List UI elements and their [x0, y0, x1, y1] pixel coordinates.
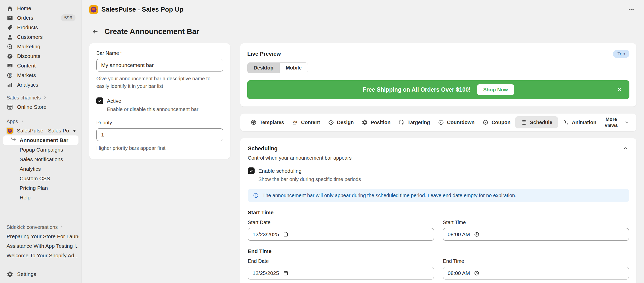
calendar-picker-icon[interactable]: [283, 232, 289, 237]
discounts-icon: [7, 53, 13, 60]
sidebar-spacer: [3, 202, 78, 223]
customers-icon: [7, 34, 13, 41]
priority-input[interactable]: 1: [96, 128, 223, 141]
end-time-input[interactable]: 08:00 AM: [443, 267, 629, 279]
app-menu-item-label: Help: [20, 195, 30, 201]
app-menu-pricing-plan[interactable]: Pricing Plan: [3, 183, 78, 193]
checkmark-icon: [249, 168, 254, 173]
app-title: SalesPulse - Sales Pop Up: [101, 6, 184, 13]
conversation-item[interactable]: Preparing Your Store For Launch: [3, 232, 78, 241]
conversation-label: Welcome To Your Shopify Ad...: [7, 253, 78, 259]
tab-label: Schedule: [530, 120, 552, 125]
chevron-right-icon: [20, 119, 24, 123]
settings-label: Settings: [17, 271, 36, 277]
end-date-label: End Date: [248, 258, 434, 264]
tab-design[interactable]: Design: [325, 116, 357, 128]
bar-settings-card: Bar Name* My announcement bar Give your …: [89, 43, 230, 159]
tab-coupon[interactable]: Coupon: [479, 116, 514, 128]
enable-scheduling-help: Show the bar only during specific time p…: [258, 176, 629, 182]
tab-position[interactable]: Position: [358, 116, 394, 128]
chevron-up-icon: [622, 145, 628, 151]
start-date-input[interactable]: 12/23/2025: [248, 228, 434, 241]
bar-name-help: Give your announcement bar a descriptive…: [96, 75, 223, 90]
active-checkbox[interactable]: [96, 97, 103, 104]
tab-animation[interactable]: Animation: [559, 116, 599, 128]
sales-channels-section[interactable]: Sales channels: [3, 93, 78, 102]
right-column: Live Preview Top Desktop Mobile Free Shi…: [240, 43, 636, 283]
sidebar-item-home[interactable]: Home: [3, 4, 78, 13]
app-menu-analytics[interactable]: Analytics: [3, 164, 78, 174]
cursor-target-icon: [398, 119, 405, 126]
main-area: SalesPulse - Sales Pop Up Create Announc…: [82, 0, 644, 283]
start-time-section-title: Start Time: [248, 209, 629, 216]
ellipsis-icon: [628, 6, 634, 13]
enable-scheduling-row[interactable]: Enable scheduling: [248, 167, 629, 174]
app-menu-help[interactable]: Help: [3, 193, 78, 202]
sidebar-item-discounts[interactable]: Discounts: [3, 51, 78, 61]
app-menu-item-label: Custom CSS: [20, 175, 50, 182]
end-date-field: End Date 12/25/2025 Optional - leave emp…: [248, 258, 434, 283]
tab-templates[interactable]: Templates: [247, 116, 287, 128]
sidebar-item-label: Marketing: [17, 44, 40, 50]
end-date-input[interactable]: 12/25/2025: [248, 267, 434, 279]
conversation-item[interactable]: Assistance With App Testing I...: [3, 241, 78, 251]
clock-picker-icon[interactable]: [474, 270, 479, 276]
store-icon: [7, 104, 13, 111]
sidebar-item-label: Discounts: [17, 53, 40, 59]
active-checkbox-row[interactable]: Active: [96, 97, 223, 104]
sidebar-item-content[interactable]: Content: [3, 61, 78, 70]
app-menu-announcement-bar[interactable]: Announcement Bar: [3, 135, 78, 145]
more-views-label: More views: [601, 116, 622, 128]
sidebar-item-markets[interactable]: $ Markets: [3, 70, 78, 80]
required-asterisk: *: [120, 50, 122, 56]
app-menu-sales-notifications[interactable]: Sales Notifications: [3, 155, 78, 164]
conversation-item[interactable]: Welcome To Your Shopify Ad...: [3, 251, 78, 260]
close-bar-icon[interactable]: ✕: [617, 86, 622, 93]
sidebar-item-settings[interactable]: Settings: [3, 269, 78, 279]
app-menu-custom-css[interactable]: Custom CSS: [3, 174, 78, 183]
calendar-picker-icon[interactable]: [283, 270, 289, 276]
device-tab-mobile[interactable]: Mobile: [279, 63, 308, 73]
end-time-grid: End Date 12/25/2025 Optional - leave emp…: [248, 258, 629, 283]
more-options-button[interactable]: [627, 5, 635, 14]
apps-section[interactable]: Apps: [3, 117, 78, 126]
priority-value: 1: [101, 132, 104, 138]
settings-tabs: Templates Aa Content Design Position: [240, 114, 636, 131]
sidekick-section[interactable]: Sidekick conversations: [3, 223, 78, 232]
content-icon: [7, 62, 13, 69]
app-menu-item-label: Analytics: [20, 166, 41, 172]
tab-label: Content: [301, 120, 320, 125]
tab-countdown[interactable]: Countdown: [435, 116, 478, 128]
enable-scheduling-checkbox[interactable]: [248, 167, 255, 174]
apps-label: Apps: [7, 119, 18, 124]
bar-name-value: My announcement bar: [101, 62, 154, 68]
clock-picker-icon[interactable]: [474, 232, 479, 237]
conversation-label: Preparing Your Store For Launch: [7, 233, 78, 239]
sidebar-item-analytics[interactable]: Analytics: [3, 80, 78, 90]
page-title: Create Announcement Bar: [104, 27, 199, 36]
tab-label: Templates: [260, 120, 284, 125]
end-time-value: 08:00 AM: [448, 270, 470, 276]
bar-name-input[interactable]: My announcement bar: [96, 59, 223, 72]
app-menu-popup-campaigns[interactable]: Popup Campaigns: [3, 145, 78, 155]
collapse-section-button[interactable]: [622, 145, 628, 152]
text-format-icon: Aa: [292, 119, 298, 126]
start-date-field: Start Date 12/23/2025: [248, 220, 434, 241]
scheduling-info-text: The announcement bar will only appear du…: [262, 193, 516, 198]
sidebar-item-marketing[interactable]: Marketing: [3, 42, 78, 51]
tab-targeting[interactable]: Targeting: [395, 116, 433, 128]
shop-now-button[interactable]: Shop Now: [477, 84, 514, 95]
sidebar: Home Orders 596 Products Customers Marke…: [0, 0, 82, 283]
sidebar-item-online-store[interactable]: Online Store: [3, 102, 78, 112]
tab-content[interactable]: Aa Content: [289, 116, 323, 128]
sidebar-item-customers[interactable]: Customers: [3, 32, 78, 42]
device-tab-desktop[interactable]: Desktop: [248, 63, 279, 73]
start-time-input[interactable]: 08:00 AM: [443, 228, 629, 241]
more-views-dropdown[interactable]: More views: [601, 116, 629, 128]
back-button[interactable]: [91, 28, 99, 35]
sidebar-item-products[interactable]: Products: [3, 23, 78, 32]
end-time-label: End Time: [443, 258, 629, 264]
sidebar-item-orders[interactable]: Orders 596: [3, 13, 78, 23]
sidebar-item-label: Analytics: [17, 82, 38, 88]
tab-schedule[interactable]: Schedule: [515, 116, 558, 128]
